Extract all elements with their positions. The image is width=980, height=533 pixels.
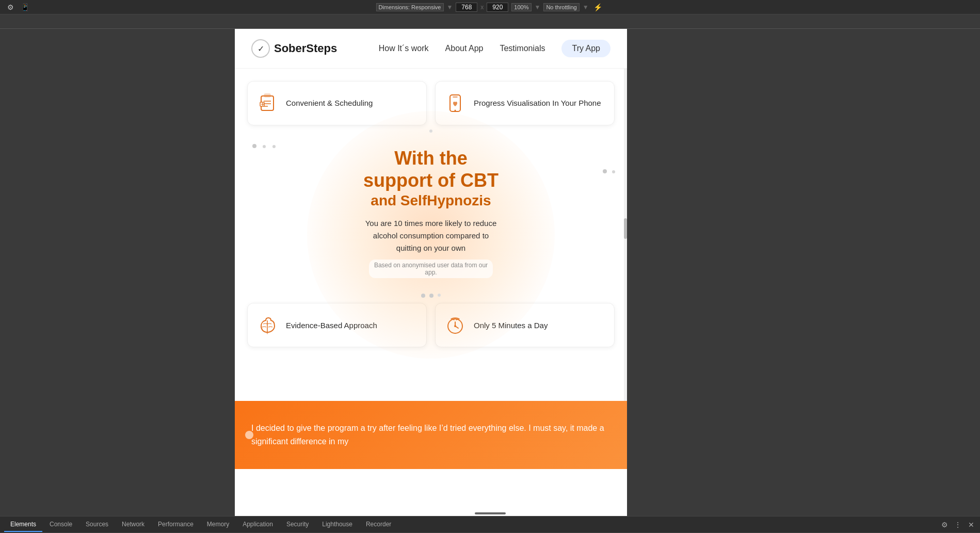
devtools-left-icons: ⚙ 📱: [4, 1, 31, 13]
zoom-dropdown[interactable]: 100%: [511, 3, 531, 11]
devtools-sep1: ▼: [446, 4, 453, 11]
testimonial-text: I decided to give the program a try afte…: [251, 422, 611, 448]
tab-recorder[interactable]: Recorder: [360, 518, 397, 532]
devtools-more-icon[interactable]: ⋮: [953, 520, 962, 529]
devtools-tabs-bar: Elements Console Sources Network Perform…: [0, 516, 980, 533]
hero-description: You are 10 times more likely to reduce a…: [255, 217, 606, 254]
devtools-panel: Elements Console Sources Network Perform…: [0, 516, 980, 533]
dot-m1: [421, 294, 425, 298]
nav-link-try-app[interactable]: Try App: [561, 40, 611, 57]
testimonial-section: I decided to give the program a try afte…: [235, 401, 627, 469]
content-area: ✓ SoberSteps How It´s work About App Tes…: [0, 29, 980, 533]
hero-note: Based on anonymised user data from our a…: [369, 260, 493, 278]
tab-application[interactable]: Application: [236, 518, 279, 532]
svg-point-10: [455, 110, 456, 111]
devtools-sep3: ▼: [583, 4, 589, 11]
tab-sources[interactable]: Sources: [79, 518, 115, 532]
nav-links: How It´s work About App Testimonials Try…: [379, 40, 611, 57]
nav-link-testimonials[interactable]: Testimonials: [500, 44, 545, 53]
logo: ✓ SoberSteps: [251, 39, 337, 58]
right-gutter: [627, 29, 980, 533]
tab-network[interactable]: Network: [116, 518, 151, 532]
bottom-feature-cards: Evidence-Based Approach: [235, 303, 627, 360]
tab-memory[interactable]: Memory: [201, 518, 235, 532]
logo-icon: ✓: [251, 39, 270, 58]
dimension-x: x: [480, 4, 484, 11]
browser-viewport: ✓ SoberSteps How It´s work About App Tes…: [235, 29, 627, 533]
svg-rect-1: [264, 94, 270, 97]
width-input[interactable]: [456, 3, 477, 12]
feature-card-progress-visualisation: Progress Visualisation In Your Phone: [435, 81, 615, 125]
dot1: [429, 130, 432, 133]
dot-m3: [438, 294, 441, 297]
logo-check: ✓: [258, 44, 264, 54]
hero-title-line3: and SelfHypnozis: [255, 192, 606, 209]
dimensions-dropdown[interactable]: Dimensions: Responsive: [376, 3, 443, 11]
dots-right-cluster: [601, 168, 617, 177]
height-input[interactable]: [487, 3, 508, 12]
tab-security[interactable]: Security: [280, 518, 315, 532]
feature-card-convenient-scheduling: Convenient & Scheduling: [247, 81, 427, 125]
left-gutter: [0, 29, 235, 533]
svg-point-12: [267, 333, 268, 334]
hero-center-content: With the support of CBT and SelfHypnozis…: [235, 137, 627, 288]
devtools-tab-actions: ⚙ ⋮ ✕: [940, 520, 976, 529]
nav-link-about-app[interactable]: About App: [445, 44, 484, 53]
dots-left-cluster: [250, 142, 278, 152]
devtools-close-icon[interactable]: ✕: [967, 520, 976, 529]
navigation: ✓ SoberSteps How It´s work About App Tes…: [235, 29, 627, 69]
devtools-settings-icon[interactable]: ⚙: [940, 520, 949, 529]
devtools-dimensions-area: Dimensions: Responsive ▼ x 100% ▼ No thr…: [376, 1, 604, 13]
devtools-top-bar: ⚙ 📱 Dimensions: Responsive ▼ x 100% ▼ No…: [0, 0, 980, 14]
brain-icon: [256, 314, 279, 336]
top-feature-cards: Convenient & Scheduling Progre: [235, 69, 627, 125]
tab-elements[interactable]: Elements: [4, 518, 42, 532]
page-layout: ⚙ 📱 Dimensions: Responsive ▼ x 100% ▼ No…: [0, 0, 980, 533]
tab-performance[interactable]: Performance: [152, 518, 200, 532]
nav-link-how-it-works[interactable]: How It´s work: [379, 44, 429, 53]
scroll-indicator: [475, 512, 506, 514]
svg-point-18: [454, 325, 456, 327]
evidence-based-text: Evidence-Based Approach: [286, 320, 377, 331]
devtools-inspect-btn[interactable]: ⚙: [4, 1, 17, 13]
tab-lighthouse[interactable]: Lighthouse: [316, 518, 359, 532]
feature-card-five-minutes: Only 5 Minutes a Day: [435, 303, 615, 347]
hero-title-line1: With the: [255, 147, 606, 169]
quote-dot-icon: [245, 431, 253, 439]
tab-console[interactable]: Console: [43, 518, 78, 532]
throttling-dropdown[interactable]: No throttling: [543, 3, 579, 11]
clipboard-icon: [256, 92, 279, 115]
dots-middle-row: [235, 294, 627, 298]
feature-card-evidence-based: Evidence-Based Approach: [247, 303, 427, 347]
hero-section: Convenient & Scheduling Progre: [235, 69, 627, 401]
hero-title-line2: support of CBT: [255, 169, 606, 191]
dot-m2: [429, 294, 433, 298]
network-icon[interactable]: ⚡: [592, 1, 604, 13]
convenient-scheduling-text: Convenient & Scheduling: [286, 98, 373, 108]
phone-heart-icon: [444, 92, 467, 115]
progress-visualisation-text: Progress Visualisation In Your Phone: [474, 98, 601, 108]
logo-text: SoberSteps: [274, 42, 337, 55]
ruler: [0, 14, 980, 29]
devtools-device-btn[interactable]: 📱: [19, 1, 31, 13]
devtools-sep2: ▼: [535, 4, 541, 11]
five-minutes-text: Only 5 Minutes a Day: [474, 320, 548, 331]
clock-icon: [444, 314, 467, 336]
